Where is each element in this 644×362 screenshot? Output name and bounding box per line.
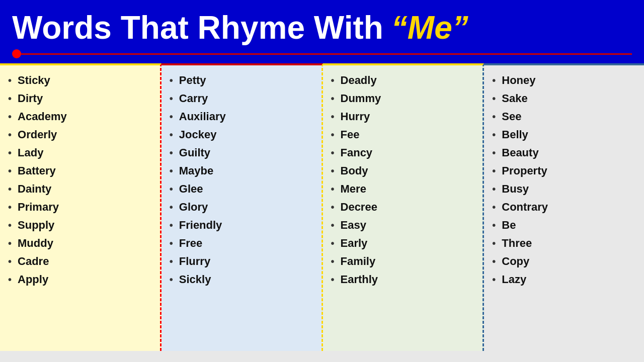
word-text: Family — [341, 255, 376, 268]
bullet-icon: • — [492, 274, 496, 286]
word-text: Mere — [341, 183, 366, 196]
list-item: •Fee — [331, 126, 475, 144]
bullet-icon: • — [170, 129, 173, 141]
list-item: •Beauty — [492, 144, 636, 162]
page-title: Words That Rhyme With “Me” — [12, 9, 632, 46]
bullet-icon: • — [170, 274, 173, 286]
word-text: Dirty — [18, 92, 43, 105]
word-text: Property — [502, 164, 547, 177]
bullet-icon: • — [331, 274, 335, 286]
bullet-icon: • — [492, 147, 496, 159]
word-text: Carry — [179, 92, 208, 105]
bullet-icon: • — [170, 184, 173, 195]
bullet-icon: • — [170, 147, 173, 159]
list-item: •Supply — [8, 216, 152, 234]
bullet-icon: • — [492, 202, 496, 213]
word-text: Body — [341, 164, 368, 177]
bullet-icon: • — [170, 220, 173, 231]
bullet-icon: • — [8, 129, 12, 141]
bullet-icon: • — [331, 147, 335, 159]
list-item: •Auxiliary — [170, 108, 313, 126]
bullet-icon: • — [170, 238, 173, 249]
bullet-icon: • — [170, 256, 173, 267]
list-item: •Mere — [331, 180, 475, 198]
list-item: •Guilty — [170, 144, 313, 162]
word-text: Sticky — [18, 74, 50, 87]
list-item: •Maybe — [170, 162, 313, 180]
list-item: •Cadre — [8, 252, 152, 270]
word-text: Beauty — [502, 146, 538, 159]
list-item: •Apply — [8, 270, 152, 289]
bullet-icon: • — [8, 93, 12, 105]
list-item: •Orderly — [8, 126, 152, 144]
list-item: •Sake — [492, 89, 636, 108]
bullet-icon: • — [492, 75, 496, 86]
bullet-icon: • — [8, 274, 12, 286]
bullet-icon: • — [492, 220, 496, 231]
word-text: Friendly — [179, 219, 222, 232]
bullet-icon: • — [8, 75, 12, 86]
word-text: Busy — [502, 183, 529, 196]
list-item: •Hurry — [331, 108, 475, 126]
title-text-highlight: “Me” — [391, 9, 468, 46]
bullet-icon: • — [331, 238, 335, 249]
word-text: Maybe — [179, 164, 213, 177]
list-item: •Property — [492, 162, 636, 180]
list-item: •See — [492, 108, 636, 126]
word-text: Dainty — [18, 183, 51, 196]
underline-dot — [12, 49, 21, 58]
bullet-icon: • — [492, 129, 496, 141]
bullet-icon: • — [8, 184, 12, 195]
bullet-icon: • — [331, 202, 335, 213]
word-text: Primary — [18, 201, 59, 214]
title-text-main: Words That Rhyme With — [12, 9, 383, 46]
list-item: •Busy — [492, 180, 636, 198]
list-item: •Copy — [492, 252, 636, 270]
bullet-icon: • — [492, 111, 496, 123]
list-item: •Free — [170, 234, 313, 252]
bullet-icon: • — [331, 111, 335, 123]
list-item: •Contrary — [492, 198, 636, 216]
word-text: Early — [341, 237, 368, 250]
bullet-icon: • — [8, 202, 12, 213]
bullet-icon: • — [170, 202, 173, 213]
word-text: Cadre — [18, 255, 49, 268]
word-text: Apply — [18, 273, 48, 286]
word-text: Be — [502, 219, 516, 232]
word-text: Lazy — [502, 273, 526, 286]
header: Words That Rhyme With “Me” — [0, 0, 644, 63]
word-text: Copy — [502, 255, 529, 268]
underline-line — [21, 53, 632, 55]
list-item: •Glory — [170, 198, 313, 216]
word-text: Free — [179, 237, 202, 250]
word-text: Dummy — [341, 92, 381, 105]
list-item: •Easy — [331, 216, 475, 234]
word-text: Academy — [18, 110, 67, 123]
bullet-icon: • — [8, 147, 12, 159]
list-item: •Be — [492, 216, 636, 234]
word-text: Earthly — [341, 273, 378, 286]
list-item: •Earthly — [331, 270, 475, 289]
bullet-icon: • — [8, 111, 12, 123]
word-text: Muddy — [18, 237, 53, 250]
column-1: •Sticky•Dirty•Academy•Orderly•Lady•Batte… — [0, 63, 162, 351]
list-item: •Dummy — [331, 89, 475, 108]
word-text: Flurry — [179, 255, 210, 268]
list-item: •Muddy — [8, 234, 152, 252]
bullet-icon: • — [492, 238, 496, 249]
word-text: Lady — [18, 146, 43, 159]
bullet-icon: • — [492, 184, 496, 195]
column-3: •Deadly•Dummy•Hurry•Fee•Fancy•Body•Mere•… — [323, 63, 485, 351]
list-item: •Primary — [8, 198, 152, 216]
word-text: Jockey — [179, 128, 217, 141]
word-text: Glory — [179, 201, 208, 214]
column-2: •Petty•Carry•Auxiliary•Jockey•Guilty•May… — [162, 63, 323, 351]
list-item: •Fancy — [331, 144, 475, 162]
list-item: •Petty — [170, 71, 313, 89]
bullet-icon: • — [170, 165, 173, 177]
list-item: •Sickly — [170, 270, 313, 289]
bullet-icon: • — [8, 238, 12, 249]
word-text: Decree — [341, 201, 377, 214]
list-item: •Jockey — [170, 126, 313, 144]
word-text: Three — [502, 237, 532, 250]
